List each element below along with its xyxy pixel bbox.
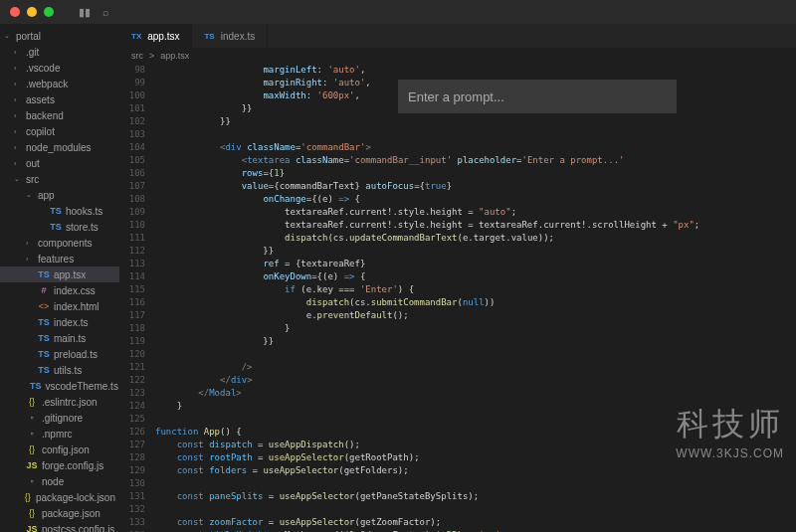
file-item[interactable]: ▫.npmrc [0, 426, 119, 442]
file-item[interactable]: <>index.html [0, 298, 119, 314]
tree-item-label: preload.ts [54, 349, 98, 360]
chevron-right-icon: › [14, 81, 22, 88]
tree-item-label: copilot [26, 126, 55, 137]
tree-item-label: main.ts [54, 333, 86, 344]
tree-item-label: .eslintrc.json [42, 397, 98, 408]
folder-item[interactable]: ›backend [0, 107, 119, 123]
folder-item[interactable]: ›assets [0, 91, 119, 107]
tree-item-label: .npmrc [42, 429, 73, 440]
zoom-window-button[interactable] [44, 7, 54, 17]
file-item[interactable]: TSutils.ts [0, 362, 119, 378]
breadcrumb[interactable]: src > app.tsx [119, 48, 796, 64]
tree-item-label: forge.config.js [42, 460, 103, 471]
file-item[interactable]: TSvscodeTheme.ts [0, 378, 119, 394]
chevron-right-icon: > [149, 51, 154, 61]
tree-item-label: index.css [54, 285, 96, 296]
tree-item-label: package-lock.json [36, 492, 115, 503]
tree-item-label: .webpack [26, 79, 68, 89]
file-item[interactable]: TSindex.ts [0, 314, 119, 330]
folder-item[interactable]: ⌄portal [0, 28, 119, 44]
file-item[interactable]: TSmain.ts [0, 330, 119, 346]
chevron-right-icon: › [14, 49, 22, 56]
chevron-right-icon: › [26, 240, 34, 247]
folder-item[interactable]: ›features [0, 251, 119, 266]
folder-item[interactable]: ›out [0, 155, 119, 171]
code-content[interactable]: marginLeft: 'auto', marginRight: 'auto',… [155, 64, 796, 532]
file-item[interactable]: TSapp.tsx [0, 266, 119, 282]
tab-label: index.ts [221, 31, 255, 42]
tree-item-label: out [26, 158, 40, 169]
code-editor[interactable]: 98 99 100 101 102 103 104 105 106 107 10… [119, 64, 796, 532]
breadcrumb-segment[interactable]: src [131, 51, 143, 61]
chevron-right-icon: › [14, 160, 22, 167]
folder-item[interactable]: ⌄app [0, 187, 119, 203]
tree-item-label: app.tsx [54, 269, 86, 280]
tab-app-tsx[interactable]: TXapp.tsx [119, 24, 192, 48]
file-item[interactable]: #index.css [0, 282, 119, 298]
file-item[interactable]: {}.eslintrc.json [0, 394, 119, 410]
breadcrumb-segment[interactable]: app.tsx [160, 51, 189, 61]
file-item[interactable]: TShooks.ts [0, 203, 119, 219]
titlebar: ▮▮ ⌕ [0, 0, 796, 24]
close-window-button[interactable] [10, 7, 20, 17]
tree-item-label: node_modules [26, 142, 92, 153]
file-item[interactable]: JSpostcss.config.js [0, 521, 119, 532]
tree-item-label: index.html [54, 301, 100, 312]
tree-item-label: package.json [42, 508, 100, 519]
files-icon[interactable]: ▮▮ [79, 6, 91, 19]
file-item[interactable]: ▫node [0, 473, 119, 489]
chevron-right-icon: › [14, 112, 22, 119]
chevron-down-icon: ⌄ [4, 32, 12, 40]
chevron-right-icon: › [14, 128, 22, 135]
file-item[interactable]: {}package-lock.json [0, 489, 119, 505]
file-item[interactable]: {}config.json [0, 442, 119, 457]
tree-item-label: features [38, 254, 74, 265]
file-item[interactable]: {}package.json [0, 505, 119, 521]
file-item[interactable]: TSpreload.ts [0, 346, 119, 362]
chevron-down-icon: ⌄ [26, 191, 34, 199]
tree-item-label: hooks.ts [66, 206, 102, 217]
tree-item-label: assets [26, 94, 55, 105]
tree-item-label: .vscode [26, 63, 60, 74]
tree-item-label: app [38, 190, 55, 201]
minimize-window-button[interactable] [27, 7, 37, 17]
chevron-right-icon: › [14, 96, 22, 103]
file-item[interactable]: JSforge.config.js [0, 457, 119, 473]
tree-item-label: store.ts [66, 222, 99, 233]
chevron-down-icon: ⌄ [14, 175, 22, 183]
search-icon[interactable]: ⌕ [102, 6, 109, 19]
tree-item-label: index.ts [54, 317, 88, 328]
folder-item[interactable]: ›copilot [0, 123, 119, 139]
file-explorer[interactable]: ⌄portal›.git›.vscode›.webpack›assets›bac… [0, 24, 119, 532]
tree-item-label: .gitignore [42, 413, 83, 424]
folder-item[interactable]: ›components [0, 235, 119, 251]
tree-item-label: portal [16, 31, 41, 42]
file-type-icon: TX [131, 32, 141, 41]
tab-label: app.tsx [147, 31, 179, 42]
editor-pane: TXapp.tsxTSindex.ts src > app.tsx 98 99 … [119, 24, 796, 532]
line-gutter: 98 99 100 101 102 103 104 105 106 107 10… [119, 64, 155, 532]
file-item[interactable]: ▫.gitignore [0, 410, 119, 426]
chevron-right-icon: › [14, 65, 22, 72]
folder-item[interactable]: ›.git [0, 44, 119, 60]
file-type-icon: TS [204, 32, 214, 41]
tree-item-label: postcss.config.js [42, 524, 114, 533]
tab-bar: TXapp.tsxTSindex.ts [119, 24, 796, 48]
tree-item-label: utils.ts [54, 365, 82, 376]
command-bar[interactable] [398, 80, 677, 113]
tree-item-label: config.json [42, 444, 90, 455]
tree-item-label: vscodeTheme.ts [46, 381, 118, 392]
file-item[interactable]: TSstore.ts [0, 219, 119, 235]
chevron-right-icon: › [14, 144, 22, 151]
folder-item[interactable]: ⌄src [0, 171, 119, 187]
tab-index-ts[interactable]: TSindex.ts [192, 24, 268, 48]
folder-item[interactable]: ›node_modules [0, 139, 119, 155]
tree-item-label: src [26, 174, 39, 185]
tree-item-label: node [42, 476, 64, 487]
tree-item-label: components [38, 238, 92, 249]
folder-item[interactable]: ›.vscode [0, 60, 119, 76]
chevron-right-icon: › [26, 256, 34, 263]
tree-item-label: .git [26, 47, 39, 58]
command-bar-input[interactable] [408, 89, 667, 104]
folder-item[interactable]: ›.webpack [0, 76, 119, 91]
